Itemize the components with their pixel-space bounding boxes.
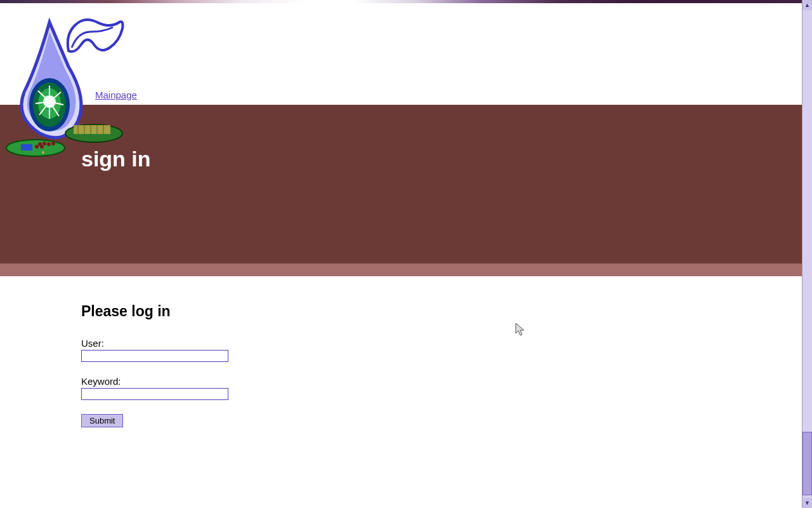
svg-point-26 — [40, 145, 44, 149]
svg-rect-20 — [21, 144, 32, 150]
svg-point-23 — [47, 142, 51, 146]
portal-logo — [5, 10, 126, 159]
keyword-input[interactable] — [81, 388, 228, 400]
svg-point-22 — [43, 142, 46, 145]
sub-strip — [0, 264, 802, 276]
svg-point-25 — [35, 145, 39, 149]
scroll-track[interactable] — [802, 10, 812, 498]
header: Mainpage — [0, 3, 802, 105]
scroll-down-button[interactable]: ▼ — [802, 498, 812, 508]
svg-rect-13 — [74, 125, 110, 134]
user-label: User: — [81, 338, 802, 349]
keyword-label: Keyword: — [81, 376, 802, 387]
user-input[interactable] — [81, 350, 228, 362]
svg-point-27 — [42, 151, 44, 154]
scroll-up-button[interactable]: ▲ — [802, 0, 812, 10]
vertical-scrollbar[interactable]: ▲ ▼ — [802, 0, 812, 508]
submit-button[interactable]: Submit — [81, 414, 123, 427]
login-heading: Please log in — [81, 303, 802, 320]
login-form: User: Keyword: Submit — [81, 338, 802, 427]
main-content: Please log in User: Keyword: Submit — [0, 276, 802, 427]
svg-point-24 — [51, 142, 55, 145]
scroll-thumb[interactable] — [802, 432, 812, 495]
